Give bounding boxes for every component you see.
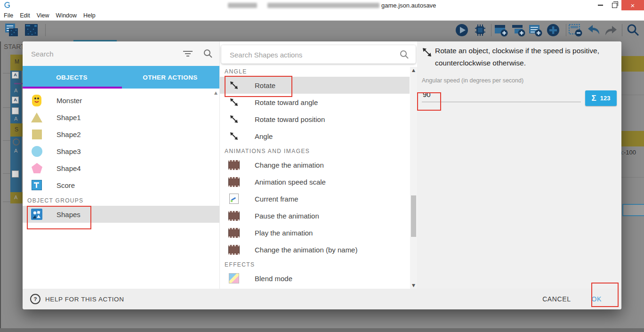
blend-colors-icon [228,273,240,284]
expression-editor-button[interactable]: Σ 123 [585,90,617,106]
object-item-score[interactable]: Score [23,177,219,194]
toolbar-separator [622,24,622,36]
window-controls: × [593,0,644,10]
help-icon: ? [30,294,40,304]
start-page-icon[interactable] [24,23,39,37]
triangle-shape-icon [31,110,43,124]
add-comment-icon[interactable] [529,23,543,37]
actions-scrollbar[interactable]: ▲ ▼ [410,67,417,289]
close-button[interactable]: × [621,0,644,10]
action-detail-panel: Rotate an object, clockwise if the speed… [417,41,621,289]
preview-play-icon[interactable] [455,23,469,37]
condition-icon [12,170,19,178]
object-label: Shape3 [56,147,81,155]
menu-item-edit[interactable]: Edit [20,12,30,19]
object-item-monster[interactable]: Monster [23,92,219,109]
menu-item-window[interactable]: Window [56,12,77,19]
tab-objects[interactable]: OBJECTS [23,66,121,89]
film-strip-icon [228,244,240,255]
object-item-shape3[interactable]: Shape3 [23,143,219,160]
action-item-current-frame[interactable]: Current frame [220,190,410,207]
pentagon-shape-icon [31,161,43,175]
search-icon[interactable] [626,23,640,37]
annotation-box-angular-speed [417,92,441,111]
action-item-rotate-toward-position[interactable]: Rotate toward position [220,111,410,128]
menu-item-help[interactable]: Help [83,12,96,19]
highlight-line [14,83,23,84]
objects-search-bar [23,41,219,66]
toolbar-separator [45,24,46,36]
action-item-animation-speed-scale[interactable]: Animation speed scale [220,173,410,190]
dialog-footer: ? HELP FOR THIS ACTION CANCEL OK [23,289,621,309]
project-manager-icon[interactable] [5,23,19,37]
add-event-icon[interactable] [494,23,508,37]
film-strip-icon [228,159,240,170]
section-header-animations: ANIMATIONS AND IMAGES [220,146,417,156]
event-text-fragment: A [14,88,17,93]
timer-icon [13,138,20,146]
add-circle-icon[interactable] [546,23,560,37]
event-tree-line [3,140,10,141]
tab-other-actions[interactable]: OTHER ACTIONS [121,66,219,89]
redo-icon[interactable] [604,23,618,37]
object-label: Shape4 [56,164,81,172]
restore-button[interactable] [607,0,621,10]
app-screen: game.json.autosave × File Edit View Wind… [0,0,644,332]
object-item-shape4[interactable]: Shape4 [23,160,219,177]
gdevelop-logo-icon [4,1,11,10]
add-subevent-icon[interactable] [512,23,526,37]
action-description: Rotate an object, clockwise if the speed… [435,45,619,69]
angular-speed-label: Angular speed (in degrees per second) [422,77,523,84]
section-header-effects: EFFECTS [220,260,417,270]
object-label: Monster [56,97,82,105]
actions-search-input[interactable] [229,49,386,60]
action-label: Angle [255,132,273,140]
minimize-button[interactable] [593,0,607,10]
scroll-up-arrow[interactable]: ▲ [410,68,417,73]
filter-icon[interactable] [183,50,193,59]
undo-icon[interactable] [587,23,601,37]
event-text-fragment: M [15,58,19,65]
event-tree-line [3,107,10,108]
help-for-this-action-link[interactable]: ? HELP FOR THIS ACTION [30,294,124,304]
toolbar-separator [491,24,491,36]
actions-search-bar [221,45,416,64]
object-item-shape1[interactable]: Shape1 [23,109,219,126]
action-label: Change the animation [255,161,324,169]
action-item-angle[interactable]: Angle [220,128,410,145]
action-editor-dialog: OBJECTS OTHER ACTIONS Monster Shape1 [23,41,621,309]
cancel-button[interactable]: CANCEL [542,295,571,303]
scroll-down-arrow[interactable]: ▼ [410,283,417,288]
action-item-change-animation-by-name[interactable]: Change the animation (by name) [220,241,410,258]
event-divider [621,177,644,178]
delete-event-icon[interactable] [569,23,583,37]
debugger-icon[interactable] [473,23,487,37]
action-item-change-animation[interactable]: Change the animation [220,156,410,173]
object-groups-header: OBJECT GROUPS [23,195,219,206]
search-icon [400,50,409,61]
start-page-tab[interactable]: START [4,43,25,50]
event-text-fragment: S [15,126,18,133]
menu-item-view[interactable]: View [37,12,49,19]
window-titlebar: game.json.autosave × [0,0,644,10]
action-item-play-animation[interactable]: Play the animation [220,224,410,241]
scroll-up-arrow[interactable]: ▲ [214,90,217,95]
frame-page-icon [228,193,240,204]
action-item-blend-mode[interactable]: Blend mode [220,270,410,287]
condition-icon: A [12,97,19,104]
menu-item-file[interactable]: File [4,12,13,19]
objects-search-input[interactable] [30,48,173,60]
event-tree-line [3,202,10,202]
object-item-shape2[interactable]: Shape2 [23,126,219,143]
scrollbar-thumb[interactable] [411,195,416,237]
angular-speed-input[interactable] [422,89,581,102]
text-object-icon [31,178,43,192]
event-tree-line [3,173,10,174]
window-title: game.json.autosave [381,2,436,9]
window-edge [0,40,1,332]
action-item-pause-animation[interactable]: Pause the animation [220,207,410,224]
annotation-box-shapes-group [27,206,91,229]
window-title-area: game.json.autosave [228,1,436,9]
sigma-icon: Σ [592,94,596,103]
film-strip-icon [228,227,240,238]
